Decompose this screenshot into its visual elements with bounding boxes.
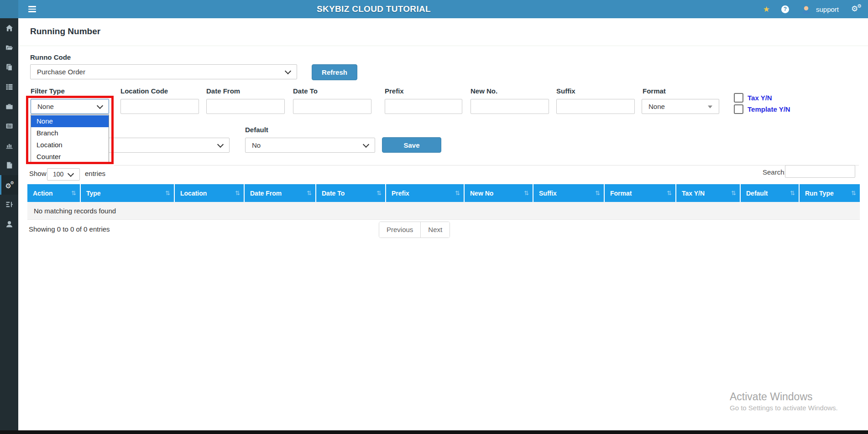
question-icon[interactable]: ? xyxy=(781,5,789,13)
column-header-new-no[interactable]: New No⇅ xyxy=(465,184,533,202)
location-code-input[interactable] xyxy=(120,99,199,114)
sidebar-item-chart[interactable] xyxy=(0,136,18,155)
tax-yn-checkbox[interactable] xyxy=(734,93,743,103)
sidebar-item-documents[interactable] xyxy=(0,57,18,77)
gears-icon[interactable]: ⚙⚙ xyxy=(851,4,862,14)
hamburger-icon[interactable] xyxy=(28,6,36,12)
suffix-input[interactable] xyxy=(556,99,635,114)
new-no-input[interactable] xyxy=(471,99,549,114)
sort-icon: ⇅ xyxy=(524,190,529,196)
date-to-label: Date To xyxy=(293,87,318,95)
save-button[interactable]: Save xyxy=(382,137,441,153)
sidebar-item-settings[interactable]: ⚙⚙ xyxy=(0,175,18,195)
prefix-input[interactable] xyxy=(385,99,462,114)
column-header-location[interactable]: Location⇅ xyxy=(175,184,244,202)
sort-icon: ⇅ xyxy=(731,190,736,196)
bottom-edge-bar xyxy=(0,430,868,434)
search-label: Search: xyxy=(763,168,786,176)
empty-table-row: No matching records found xyxy=(27,202,860,220)
logo-corner xyxy=(0,0,18,18)
navbar-right: ★ ? support ⚙⚙ xyxy=(763,0,862,18)
column-header-date-to[interactable]: Date To⇅ xyxy=(316,184,385,202)
sidebar-item-home[interactable] xyxy=(0,18,18,38)
copy-icon xyxy=(5,63,13,71)
date-from-input[interactable] xyxy=(206,99,285,114)
star-icon[interactable]: ★ xyxy=(763,5,770,14)
app-title: SKYBIZ CLOUD TUTORIAL xyxy=(317,0,431,18)
filter-section-divider xyxy=(114,165,859,165)
column-header-suffix[interactable]: Suffix⇅ xyxy=(533,184,604,202)
username[interactable]: support xyxy=(816,5,839,13)
sidebar-item-user[interactable] xyxy=(0,214,18,234)
refresh-button[interactable]: Refresh xyxy=(312,64,357,80)
suffix-label: Suffix xyxy=(556,87,575,95)
sidebar-nav: ⚙⚙ xyxy=(0,18,18,434)
template-yn-checkbox[interactable] xyxy=(734,104,743,114)
top-navbar: SKYBIZ CLOUD TUTORIAL ★ ? support ⚙⚙ xyxy=(0,0,868,18)
filter-type-dropdown-list: None Branch Location Counter xyxy=(31,114,109,164)
format-label: Format xyxy=(643,87,666,95)
sort-icon: ⇅ xyxy=(667,190,672,196)
column-header-type[interactable]: Type⇅ xyxy=(81,184,174,202)
th-list-icon xyxy=(5,83,13,91)
sidebar-item-newspaper[interactable] xyxy=(0,116,18,136)
column-header-date-from[interactable]: Date From⇅ xyxy=(245,184,315,202)
column-header-format[interactable]: Format⇅ xyxy=(605,184,675,202)
template-yn-row: Template Y/N xyxy=(734,104,790,114)
page-title: Running Number xyxy=(30,26,100,36)
header-divider xyxy=(18,46,868,46)
dropdown-option-counter[interactable]: Counter xyxy=(31,151,109,163)
sort-icon: ⇅ xyxy=(165,190,170,196)
entries-label: entries xyxy=(85,170,105,177)
sort-icon: ⇅ xyxy=(235,190,240,196)
show-label: Show xyxy=(29,170,47,177)
tax-yn-row: Tax Y/N xyxy=(734,93,772,103)
column-header-default[interactable]: Default⇅ xyxy=(741,184,799,202)
filter-type-label: Filter Type xyxy=(31,87,65,95)
sort-icon: ⇅ xyxy=(455,190,460,196)
column-header-prefix[interactable]: Prefix⇅ xyxy=(386,184,464,202)
home-icon xyxy=(5,24,13,32)
previous-button[interactable]: Previous xyxy=(379,222,420,238)
user-icon xyxy=(5,220,13,228)
filter-type-select[interactable]: None xyxy=(31,99,109,114)
next-button[interactable]: Next xyxy=(420,222,450,238)
sidebar-item-list[interactable] xyxy=(0,77,18,97)
format-select[interactable]: None xyxy=(642,99,719,114)
prefix-label: Prefix xyxy=(385,87,404,95)
sort-icon: ⇅ xyxy=(376,190,382,196)
briefcase-icon xyxy=(5,103,13,110)
sidebar-item-file[interactable] xyxy=(0,155,18,175)
page-size-select[interactable]: 100 xyxy=(47,168,80,181)
date-to-input[interactable] xyxy=(293,99,371,114)
sort-icon: ⇅ xyxy=(851,190,856,196)
column-header-action[interactable]: Action⇅ xyxy=(27,184,80,202)
sort-icon: ⇅ xyxy=(71,190,76,196)
bar-chart-icon xyxy=(5,142,13,150)
sidebar-item-report[interactable] xyxy=(0,195,18,214)
template-yn-label: Template Y/N xyxy=(748,105,790,113)
table-info: Showing 0 to 0 of 0 entries xyxy=(29,225,110,233)
default-select[interactable]: No xyxy=(245,138,375,153)
sort-icon: ⇅ xyxy=(595,190,600,196)
dropdown-option-branch[interactable]: Branch xyxy=(31,127,109,139)
runno-code-label: Runno Code xyxy=(30,53,71,61)
activate-windows-watermark: Activate Windows xyxy=(730,391,813,403)
activate-windows-subtext: Go to Settings to activate Windows. xyxy=(730,404,838,412)
avatar-icon[interactable] xyxy=(801,4,811,15)
default-label: Default xyxy=(245,126,268,134)
sidebar-item-briefcase[interactable] xyxy=(0,97,18,116)
search-input[interactable] xyxy=(785,165,855,178)
tax-yn-label: Tax Y/N xyxy=(748,94,772,102)
file-icon xyxy=(5,161,13,169)
location-code-label: Location Code xyxy=(120,87,168,95)
dropdown-option-none[interactable]: None xyxy=(31,115,109,127)
sort-icon: ⇅ xyxy=(307,190,312,196)
column-header-run-type[interactable]: Run Type⇅ xyxy=(800,184,860,202)
pagination: Previous Next xyxy=(379,222,450,238)
runno-code-select[interactable]: Purchase Order xyxy=(30,64,297,79)
dropdown-option-location[interactable]: Location xyxy=(31,139,109,151)
column-header-tax-yn[interactable]: Tax Y/N⇅ xyxy=(676,184,740,202)
newspaper-icon xyxy=(5,122,13,130)
sidebar-item-folder[interactable] xyxy=(0,38,18,57)
